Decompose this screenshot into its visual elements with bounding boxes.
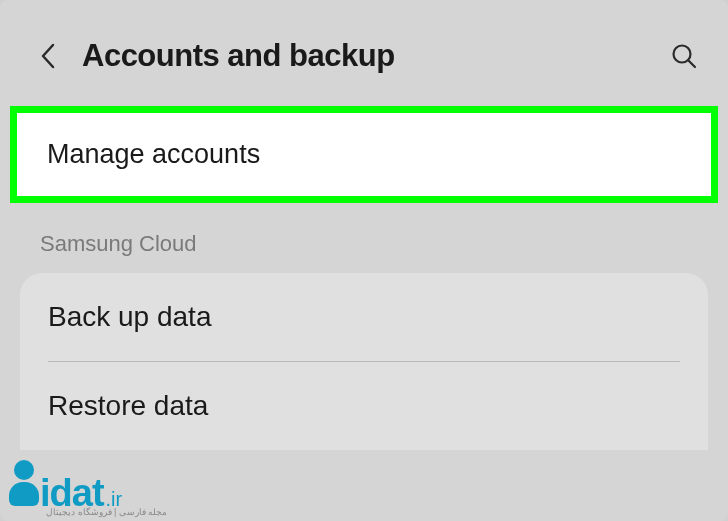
svg-line-1 (689, 61, 696, 68)
header-bar: Accounts and backup (10, 10, 718, 102)
section-samsung-cloud-label: Samsung Cloud (10, 217, 718, 267)
restore-data-item[interactable]: Restore data (20, 362, 708, 450)
manage-accounts-item[interactable]: Manage accounts (17, 113, 711, 196)
settings-screen: Accounts and backup Manage accounts Sams… (0, 0, 728, 521)
back-icon[interactable] (36, 44, 60, 68)
highlighted-option: Manage accounts (10, 106, 718, 203)
samsung-cloud-card: Back up data Restore data (20, 273, 708, 450)
backup-data-item[interactable]: Back up data (20, 273, 708, 361)
search-icon[interactable] (670, 42, 698, 70)
page-title: Accounts and backup (82, 38, 650, 74)
